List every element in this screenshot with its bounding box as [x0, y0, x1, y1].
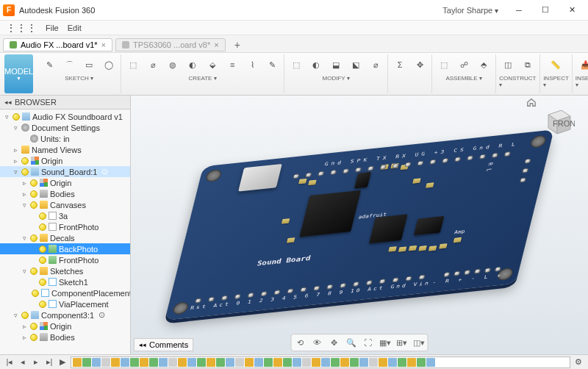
toolbar-button[interactable]: ⬚ [435, 56, 453, 74]
expand-icon[interactable]: ▹ [21, 190, 28, 198]
visibility-bulb-icon[interactable] [21, 312, 29, 319]
toolbar-button[interactable]: ⬘ [475, 56, 492, 74]
expand-icon[interactable] [29, 212, 37, 220]
fit-icon[interactable]: ⛶ [361, 336, 376, 349]
timeline-feature[interactable] [149, 358, 158, 367]
pcb-model[interactable]: /*pins generated below*/ Gnd SPK TX RX U… [165, 129, 554, 320]
toolbar-button[interactable]: ⬓ [327, 56, 345, 74]
toolbar-button[interactable]: 📏 [547, 56, 564, 74]
timeline-feature[interactable] [369, 358, 378, 367]
expand-icon[interactable] [29, 246, 37, 253]
tree-node[interactable]: ▹Origin [0, 320, 130, 332]
close-tab-icon[interactable]: × [214, 40, 218, 49]
expand-icon[interactable]: ▿ [21, 234, 28, 242]
user-menu[interactable]: Taylor Sharpe ▾ [442, 6, 498, 15]
visibility-bulb-icon[interactable] [39, 223, 46, 231]
display-icon[interactable]: ▦▾ [378, 336, 392, 349]
expand-icon[interactable]: ▿ [12, 312, 19, 319]
zoom-icon[interactable]: 🔍 [344, 336, 359, 349]
timeline-feature[interactable] [264, 358, 273, 367]
toolbar-group-label[interactable]: INSERT ▾ [576, 75, 588, 88]
tree-node[interactable]: ▹Named Views [0, 144, 130, 155]
toolbar-button[interactable]: ⌒ [60, 56, 78, 74]
pan-icon[interactable]: ✥ [327, 336, 342, 349]
visibility-bulb-icon[interactable] [39, 246, 46, 253]
timeline-feature[interactable] [226, 358, 234, 367]
tree-node[interactable]: ▹Bodies [0, 332, 130, 343]
timeline-feature[interactable] [216, 358, 225, 367]
tree-node[interactable]: ▿Decals [0, 232, 130, 243]
toolbar-button[interactable]: ⧉ [519, 56, 537, 74]
toolbar-button[interactable]: ⌀ [367, 56, 384, 74]
timeline-feature[interactable] [159, 358, 168, 367]
timeline-feature[interactable] [398, 358, 406, 367]
timeline-feature[interactable] [407, 358, 416, 367]
orbit-icon[interactable]: ⟲ [293, 336, 308, 349]
timeline-feature[interactable] [426, 358, 435, 367]
expand-icon[interactable]: ▿ [12, 124, 19, 132]
tree-node[interactable]: ViaPlacement [0, 298, 130, 309]
timeline-feature[interactable] [283, 358, 292, 367]
timeline-feature[interactable] [245, 358, 254, 367]
visibility-bulb-icon[interactable] [39, 212, 46, 220]
expand-icon[interactable]: ▿ [3, 113, 10, 121]
menu-file[interactable]: File [46, 24, 59, 32]
tree-node[interactable]: ComponentPlacement [0, 287, 130, 298]
visibility-bulb-icon[interactable] [30, 268, 37, 275]
toolbar-button[interactable]: ☍ [455, 56, 473, 74]
document-tab-inactive[interactable]: TPS63060 ...oard v8* × [115, 38, 226, 51]
tree-node[interactable]: 3a [0, 210, 130, 221]
timeline-feature[interactable] [92, 358, 101, 367]
close-button[interactable]: ✕ [559, 1, 585, 20]
visibility-bulb-icon[interactable] [30, 179, 37, 187]
toolbar-button[interactable]: ◯ [100, 56, 118, 74]
visibility-bulb-icon[interactable] [30, 334, 37, 341]
timeline-feature[interactable] [130, 358, 139, 367]
visibility-bulb-icon[interactable] [32, 290, 39, 297]
tree-node[interactable]: ▹Bodies [0, 188, 130, 199]
toolbar-group-label[interactable]: CREATE ▾ [189, 75, 217, 82]
new-tab-button[interactable]: + [229, 37, 246, 52]
toolbar-group-label[interactable]: MODIFY ▾ [323, 75, 350, 82]
toolbar-button[interactable]: 📥 [577, 56, 588, 74]
tree-node[interactable]: ▿Document Settings [0, 122, 130, 133]
visibility-bulb-icon[interactable] [12, 113, 20, 121]
timeline-feature[interactable] [321, 358, 330, 367]
toolbar-button[interactable]: ◍ [164, 56, 182, 74]
toolbar-group-label[interactable]: SKETCH ▾ [65, 75, 93, 82]
timeline-feature[interactable] [340, 358, 349, 367]
timeline-feature[interactable] [121, 358, 129, 367]
expand-icon[interactable] [29, 223, 37, 231]
visibility-bulb-icon[interactable] [21, 157, 29, 165]
look-icon[interactable]: 👁 [310, 336, 325, 349]
timeline-feature[interactable] [73, 358, 82, 367]
timeline-feature[interactable] [187, 358, 196, 367]
toolbar-button[interactable]: ⬚ [124, 56, 142, 74]
activate-icon[interactable]: ⊙ [101, 167, 108, 176]
expand-icon[interactable]: ▹ [21, 179, 28, 187]
expand-icon[interactable]: ▿ [12, 168, 19, 176]
expand-icon[interactable]: ▹ [12, 157, 19, 165]
tree-node[interactable]: ▿Component3:1⊙ [0, 309, 130, 320]
close-tab-icon[interactable]: × [101, 40, 106, 49]
toolbar-button[interactable]: ≡ [223, 56, 241, 74]
toolbar-group-label[interactable]: INSPECT ▾ [543, 75, 569, 88]
toolbar-button[interactable]: ✥ [411, 56, 429, 74]
visibility-bulb-icon[interactable] [39, 301, 46, 308]
toolbar-button[interactable]: Σ [391, 56, 409, 74]
browser-header[interactable]: ◂◂ BROWSER [0, 96, 130, 110]
viewport-layout-icon[interactable]: ◫▾ [412, 336, 426, 349]
expand-icon[interactable]: ▿ [21, 201, 28, 209]
timeline-feature[interactable] [140, 358, 148, 367]
visibility-bulb-icon[interactable] [30, 323, 37, 330]
workspace-selector[interactable]: MODEL▼ [4, 54, 33, 93]
toolbar-button[interactable]: ◐ [307, 56, 325, 74]
timeline-feature[interactable] [331, 358, 340, 367]
timeline-feature[interactable] [273, 358, 282, 367]
toolbar-button[interactable]: ✎ [40, 56, 58, 74]
toolbar-button[interactable]: ⬕ [347, 56, 365, 74]
maximize-button[interactable]: ☐ [532, 1, 559, 20]
tree-node[interactable]: Sketch1 [0, 276, 130, 287]
timeline-feature[interactable] [293, 358, 301, 367]
timeline-feature[interactable] [197, 358, 206, 367]
